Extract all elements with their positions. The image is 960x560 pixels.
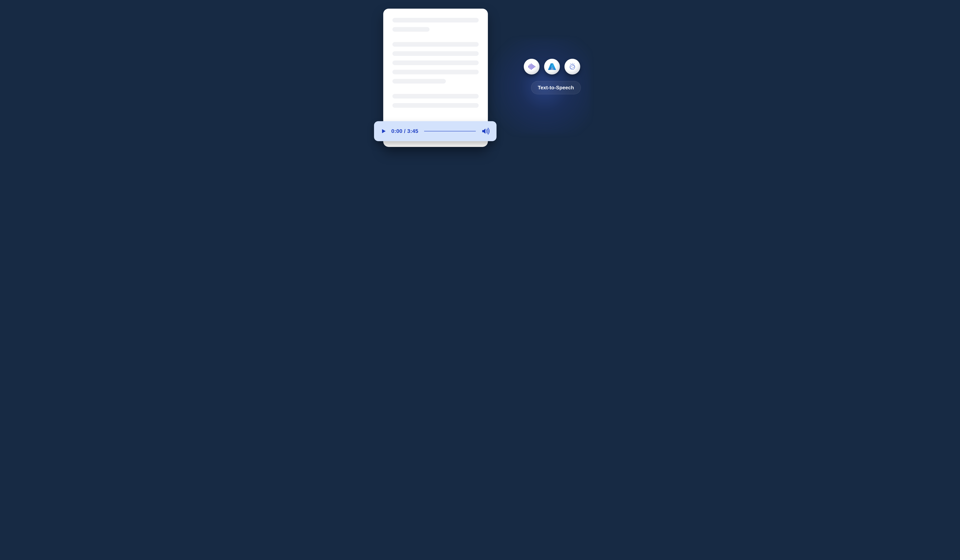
svg-rect-5 xyxy=(534,66,535,67)
svg-rect-0 xyxy=(528,66,529,68)
volume-icon xyxy=(482,127,490,135)
tts-badge: Text-to-Speech xyxy=(531,81,581,94)
time-separator: / xyxy=(402,128,407,134)
total-time: 3:45 xyxy=(407,128,418,134)
doc-text-line xyxy=(392,27,429,32)
progress-track[interactable] xyxy=(424,131,476,131)
svg-line-9 xyxy=(571,64,571,64)
audio-player: 0:00 / 3:45 xyxy=(374,121,496,141)
svg-rect-4 xyxy=(533,65,534,68)
current-time: 0:00 xyxy=(391,128,402,134)
doc-text-line xyxy=(392,61,478,65)
doc-text-line xyxy=(392,42,478,46)
document-area: 0:00 / 3:45 xyxy=(383,9,488,147)
doc-text-line xyxy=(392,70,478,74)
doc-text-line xyxy=(392,18,478,22)
svg-rect-2 xyxy=(531,63,532,70)
service-waveform xyxy=(524,59,539,75)
service-azure xyxy=(544,59,560,75)
svg-line-10 xyxy=(574,64,574,64)
svg-rect-1 xyxy=(530,64,531,69)
doc-text-line xyxy=(392,103,478,108)
play-button[interactable] xyxy=(381,128,387,134)
service-icons-row xyxy=(524,59,580,75)
doc-text-line xyxy=(392,79,446,83)
play-icon xyxy=(381,128,386,134)
watson-icon xyxy=(568,62,577,71)
volume-button[interactable] xyxy=(482,127,490,135)
azure-icon xyxy=(547,62,557,71)
tts-badge-label: Text-to-Speech xyxy=(538,85,574,90)
doc-text-line xyxy=(392,94,478,99)
waveform-icon xyxy=(528,62,536,71)
time-display: 0:00 / 3:45 xyxy=(391,128,418,134)
service-watson xyxy=(565,59,580,75)
svg-rect-3 xyxy=(532,64,533,69)
doc-text-line xyxy=(392,51,478,56)
